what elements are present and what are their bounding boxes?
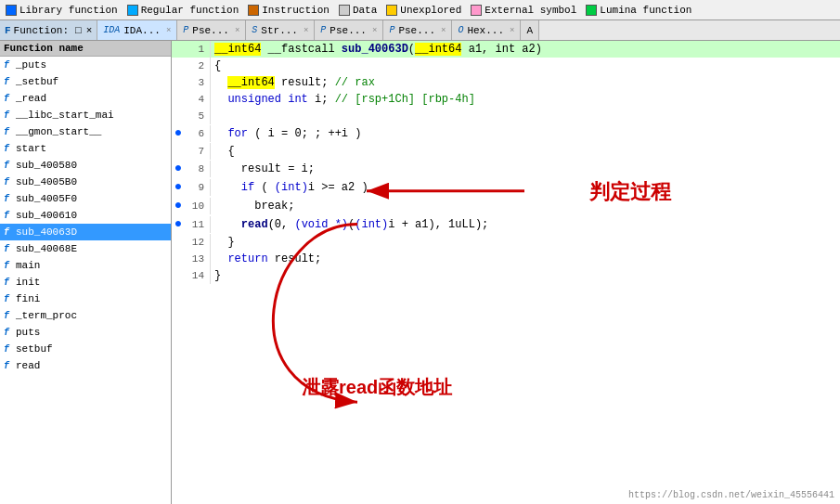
tab-hex[interactable]: O Hex... × bbox=[452, 20, 521, 40]
code-text-12: } bbox=[214, 234, 840, 251]
line-dot-9: ● bbox=[172, 178, 185, 197]
function-tab-label: Function: bbox=[14, 25, 69, 36]
tab-pse3[interactable]: P Pse... × bbox=[383, 20, 452, 40]
sidebar-item-label: fini bbox=[16, 293, 40, 304]
sidebar-item-label: __gmon_start__ bbox=[16, 126, 101, 137]
sidebar-item-main[interactable]: fmain bbox=[0, 257, 171, 274]
line-dot-8: ● bbox=[172, 160, 185, 178]
tab-str-prefix: S bbox=[252, 25, 257, 35]
sidebar-item-__libc_start_mai[interactable]: f__libc_start_mai bbox=[0, 107, 171, 123]
legend-lumina-function: Lumina function bbox=[586, 5, 691, 16]
sidebar-item-sub_400580[interactable]: fsub_400580 bbox=[0, 157, 171, 174]
code-line-1: 1 __int64 __fastcall sub_40063D(__int64 … bbox=[172, 41, 840, 58]
line-num-14: 14 bbox=[185, 267, 211, 284]
code-text-5 bbox=[214, 108, 840, 124]
code-line-4: 4 unsigned int i; // [rsp+1Ch] [rbp-4h] bbox=[172, 91, 840, 108]
sidebar-item-label: sub_4005B0 bbox=[16, 176, 77, 187]
func-icon: f bbox=[4, 278, 13, 288]
sidebar-item-label: sub_400610 bbox=[16, 210, 77, 221]
line-num-7: 7 bbox=[185, 143, 211, 160]
tab-pse1-label: Pse... bbox=[192, 25, 229, 36]
code-text-6: for ( i = 0; ; ++i ) bbox=[214, 125, 840, 142]
legend-regular-label: Regular function bbox=[141, 5, 239, 16]
tab-str-label: Str... bbox=[261, 25, 298, 36]
tab-ida-close[interactable]: × bbox=[166, 26, 171, 35]
tab-str-close[interactable]: × bbox=[304, 26, 308, 35]
watermark: https://blog.csdn.net/weixin_45556441 bbox=[628, 490, 834, 500]
tab-ida[interactable]: IDA IDA... × bbox=[97, 20, 177, 40]
line-dot-7 bbox=[172, 143, 185, 160]
legend-external-color bbox=[471, 5, 482, 16]
code-text-13: return result; bbox=[214, 251, 840, 267]
sidebar-item-sub_4005F0[interactable]: fsub_4005F0 bbox=[0, 190, 171, 207]
sidebar-item-fini[interactable]: ffini bbox=[0, 291, 171, 307]
func-icon: f bbox=[4, 194, 13, 204]
line-dot-11: ● bbox=[172, 215, 185, 234]
sidebar-item-read[interactable]: fread bbox=[0, 357, 171, 374]
code-line-9: ● 9 if ( (int)i >= a2 ) bbox=[172, 178, 840, 197]
sidebar-item-init[interactable]: finit bbox=[0, 274, 171, 291]
sidebar-item-__gmon_start__[interactable]: f__gmon_start__ bbox=[0, 123, 171, 140]
func-icon: f bbox=[4, 361, 13, 371]
sidebar-item-label: start bbox=[16, 143, 46, 154]
code-text-7: { bbox=[214, 143, 840, 160]
tab-a[interactable]: A bbox=[521, 20, 539, 40]
tab-hex-label: Hex... bbox=[467, 25, 504, 36]
sidebar-item-sub_40063D[interactable]: fsub_40063D bbox=[0, 224, 171, 240]
function-tab-action2[interactable]: × bbox=[86, 25, 93, 36]
legend-data-color bbox=[339, 5, 350, 16]
sidebar-item-puts[interactable]: fputs bbox=[0, 324, 171, 341]
sidebar-item-sub_40068E[interactable]: fsub_40068E bbox=[0, 240, 171, 257]
func-icon: f bbox=[4, 94, 13, 104]
func-icon: f bbox=[4, 110, 13, 121]
sidebar-item-sub_400610[interactable]: fsub_400610 bbox=[0, 207, 171, 224]
line-num-9: 9 bbox=[185, 179, 211, 196]
func-icon: f bbox=[4, 161, 13, 171]
code-text-2: { bbox=[214, 58, 840, 74]
sidebar-item-sub_4005B0[interactable]: fsub_4005B0 bbox=[0, 174, 171, 190]
sidebar-item-_read[interactable]: f_read bbox=[0, 90, 171, 107]
function-tab-action1[interactable]: □ bbox=[75, 25, 82, 36]
sidebar-item-label: read bbox=[16, 360, 40, 371]
line-num-10: 10 bbox=[185, 198, 211, 214]
tab-ida-label: IDA... bbox=[123, 25, 161, 36]
leak-label: 泄露read函数地址 bbox=[302, 375, 452, 400]
sidebar-item-label: _term_proc bbox=[16, 310, 77, 321]
tab-str[interactable]: S Str... × bbox=[246, 20, 315, 40]
sidebar-item-label: sub_40068E bbox=[16, 243, 77, 254]
code-text-10: break; bbox=[214, 198, 840, 214]
code-line-12: 12 } bbox=[172, 234, 840, 251]
tab-pse2[interactable]: P Pse... × bbox=[315, 20, 383, 40]
legend-bar: Library function Regular function Instru… bbox=[0, 0, 840, 20]
code-text-11: read(0, (void *)((int)i + a1), 1uLL); bbox=[214, 216, 840, 233]
sidebar-list[interactable]: f_putsf_setbuff_readf__libc_start_maif__… bbox=[0, 57, 171, 504]
sidebar-item-start[interactable]: fstart bbox=[0, 140, 171, 157]
sidebar-item-_setbuf[interactable]: f_setbuf bbox=[0, 73, 171, 90]
line-num-1: 1 bbox=[185, 41, 211, 58]
tab-pse1[interactable]: P Pse... × bbox=[177, 20, 246, 40]
legend-library-color bbox=[6, 5, 17, 16]
sidebar-item-_puts[interactable]: f_puts bbox=[0, 57, 171, 73]
legend-data: Data bbox=[339, 5, 377, 16]
code-text-3: __int64 result; // rax bbox=[214, 74, 840, 91]
sidebar-item-label: setbuf bbox=[16, 343, 53, 355]
code-text-14: } bbox=[214, 267, 840, 284]
legend-lumina-color bbox=[586, 5, 597, 16]
tab-pse3-label: Pse... bbox=[398, 25, 435, 36]
legend-external-label: External symbol bbox=[485, 5, 576, 16]
code-line-8: ● 8 result = i; bbox=[172, 160, 840, 178]
sidebar-item-setbuf[interactable]: fsetbuf bbox=[0, 341, 171, 357]
sidebar-item-label: _setbuf bbox=[16, 76, 58, 87]
sidebar-item-_term_proc[interactable]: f_term_proc bbox=[0, 307, 171, 324]
function-panel-tab[interactable]: F Function: □ × bbox=[0, 20, 97, 40]
tab-pse1-close[interactable]: × bbox=[235, 26, 239, 35]
func-icon: f bbox=[4, 311, 13, 321]
tab-pse2-close[interactable]: × bbox=[372, 26, 377, 35]
func-icon: f bbox=[4, 211, 13, 221]
line-dot-12 bbox=[172, 234, 185, 251]
tab-pse3-close[interactable]: × bbox=[441, 26, 446, 35]
line-dot-1 bbox=[172, 41, 185, 58]
tab-hex-close[interactable]: × bbox=[510, 26, 514, 35]
sidebar-item-label: sub_4005F0 bbox=[16, 193, 77, 204]
line-num-4: 4 bbox=[185, 91, 211, 108]
